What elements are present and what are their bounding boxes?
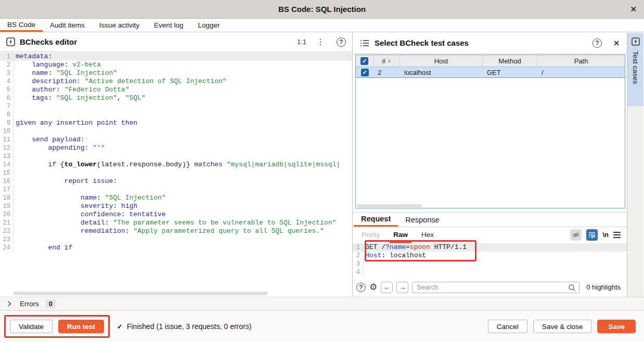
code-line[interactable]: 6 tags: "SQL injection", "SQL" <box>0 94 352 102</box>
code-line[interactable]: 15 <box>0 169 352 177</box>
search-help-icon[interactable]: ? <box>356 283 366 292</box>
code-line[interactable]: 11 send payload: <box>0 136 352 144</box>
row-checkbox-cell[interactable]: ✓ <box>356 67 373 77</box>
search-prev-button[interactable]: ← <box>381 282 393 293</box>
save-button[interactable]: Save <box>597 320 636 333</box>
view-tab-raw[interactable]: Raw <box>387 227 415 242</box>
code-line[interactable]: 12 appending: "'" <box>0 144 352 152</box>
search-settings-gear-icon[interactable]: ⚙ <box>369 282 377 293</box>
code-line[interactable]: 3 name: "SQL Injection" <box>0 69 352 77</box>
hide-nonprintable-icon[interactable] <box>570 229 582 241</box>
code-line[interactable]: 10 <box>0 127 352 136</box>
run-test-button[interactable]: Run test <box>58 320 104 333</box>
cancel-button[interactable]: Cancel <box>488 320 527 333</box>
code-line[interactable]: 1GET /?name=spoon HTTP/1.1 <box>353 243 627 252</box>
select-all-checkbox[interactable]: ✓ <box>360 57 368 65</box>
code-line[interactable]: 9given any insertion point then <box>0 119 352 127</box>
show-newlines-icon[interactable]: \n <box>602 231 609 239</box>
code-line[interactable]: 5 author: "Federico Dotta" <box>0 86 352 94</box>
code-line[interactable]: 23 <box>0 235 352 244</box>
save-and-close-button[interactable]: Save & close <box>533 320 592 333</box>
word-wrap-icon[interactable] <box>586 229 598 241</box>
tab-logger[interactable]: Logger <box>190 19 227 32</box>
row-checkbox[interactable]: ✓ <box>361 69 369 76</box>
line-number: 1 <box>0 52 14 61</box>
test-cases-list-icon <box>360 39 369 47</box>
line-number: 12 <box>0 144 14 152</box>
column-header-path[interactable]: Path <box>537 55 625 67</box>
test-cases-table: ✓ #∧ Host Method Path ✓ 2 localhost GET … <box>355 55 625 208</box>
side-tab-strip: Test cases <box>627 32 643 297</box>
editor-kebab-menu-icon[interactable]: ⋮ <box>316 37 325 47</box>
table-horizontal-scrollbar[interactable] <box>356 204 625 208</box>
line-number: 7 <box>0 102 14 111</box>
line-number: 18 <box>0 194 14 202</box>
code-line[interactable]: 7 <box>0 102 352 111</box>
errors-expand-chevron-icon[interactable] <box>7 301 11 307</box>
line-number: 3 <box>0 69 14 77</box>
test-cases-header: Select BCheck test cases ? ✕ <box>353 32 627 54</box>
cursor-position: 1:1 <box>297 38 306 46</box>
select-all-cell[interactable]: ✓ <box>356 55 373 67</box>
code-line[interactable]: 3 <box>353 260 627 268</box>
code-line[interactable]: 24 end if <box>0 244 352 252</box>
code-line[interactable]: 1metadata: <box>0 52 352 61</box>
table-row[interactable]: ✓ 2 localhost GET / <box>356 67 625 78</box>
highlights-count: 0 highlights <box>586 283 621 291</box>
code-line[interactable]: 2Host: localhost <box>353 252 627 260</box>
search-next-button[interactable]: → <box>396 282 408 293</box>
code-line[interactable]: 13 <box>0 152 352 161</box>
test-cases-close-icon[interactable]: ✕ <box>613 39 620 47</box>
test-cases-help-icon[interactable]: ? <box>593 38 602 48</box>
line-number: 6 <box>0 94 14 102</box>
code-line[interactable]: 8 <box>0 111 352 119</box>
search-box <box>412 282 579 293</box>
test-cases-panel: Select BCheck test cases ? ✕ ✓ #∧ Host M… <box>353 32 627 297</box>
validate-button[interactable]: Validate <box>10 320 53 333</box>
code-line[interactable]: 17 <box>0 186 352 194</box>
editor-horizontal-scrollbar[interactable] <box>0 291 352 297</box>
errors-bar[interactable]: Errors 0 <box>0 297 644 310</box>
scrollbar-thumb[interactable] <box>357 204 422 207</box>
code-line[interactable]: 14 if {to_lower(latest.response.body)} m… <box>0 161 352 169</box>
code-line[interactable]: 19 severity: high <box>0 202 352 211</box>
line-number: 17 <box>0 186 14 194</box>
scrollbar-thumb[interactable] <box>13 292 268 295</box>
message-menu-icon[interactable] <box>613 232 621 238</box>
code-line[interactable]: 16 report issue: <box>0 177 352 186</box>
errors-count-badge: 0 <box>45 299 56 308</box>
tab-response[interactable]: Response <box>398 213 446 227</box>
code-line[interactable]: 4 description: "Active detection of SQL … <box>0 77 352 86</box>
test-cases-bolt-icon <box>632 37 640 46</box>
editor-panel-title: BChecks editor <box>20 37 77 46</box>
window-close-icon[interactable]: ✕ <box>630 0 637 19</box>
tab-audit-items[interactable]: Audit items <box>43 19 92 32</box>
column-header-method[interactable]: Method <box>483 55 537 67</box>
code-line[interactable]: 4 <box>353 268 627 277</box>
code-line[interactable]: 18 name: "SQL Injection" <box>0 194 352 202</box>
tab-request[interactable]: Request <box>354 213 398 227</box>
code-line[interactable]: 2 language: v2-beta <box>0 61 352 69</box>
code-line[interactable]: 22 remediation: "Apply parameterized que… <box>0 227 352 235</box>
message-search-bar: ? ⚙ ← → 0 highlights <box>353 279 627 295</box>
view-tab-hex[interactable]: Hex <box>415 227 441 242</box>
tab-test-cases-vertical[interactable]: Test cases <box>627 33 643 106</box>
table-header-row: ✓ #∧ Host Method Path <box>356 55 625 67</box>
sort-asc-icon: ∧ <box>388 58 391 63</box>
column-header-host[interactable]: Host <box>400 55 483 67</box>
code-line[interactable]: 21 detail: "The parameter seems to be vu… <box>0 219 352 227</box>
line-number: 16 <box>0 177 14 186</box>
code-line[interactable]: 20 confidence: tentative <box>0 211 352 219</box>
column-header-num[interactable]: #∧ <box>373 55 400 67</box>
search-input[interactable] <box>413 282 579 293</box>
editor-help-icon[interactable]: ? <box>337 37 346 47</box>
bcheck-code-editor[interactable]: 1metadata:2 language: v2-beta3 name: "SQ… <box>0 52 352 291</box>
tab-event-log[interactable]: Event log <box>147 19 190 32</box>
view-tab-pretty[interactable]: Pretty <box>355 227 387 242</box>
line-number: 2 <box>0 61 14 69</box>
request-editor[interactable]: 1GET /?name=spoon HTTP/1.12Host: localho… <box>353 242 627 279</box>
tab-bs-code[interactable]: BS Code <box>0 19 43 32</box>
bottom-action-bar: Validate Run test ✓ Finished (1 issue, 3… <box>0 310 644 342</box>
tab-issue-activity[interactable]: Issue activity <box>92 19 147 32</box>
line-number: 15 <box>0 169 14 177</box>
